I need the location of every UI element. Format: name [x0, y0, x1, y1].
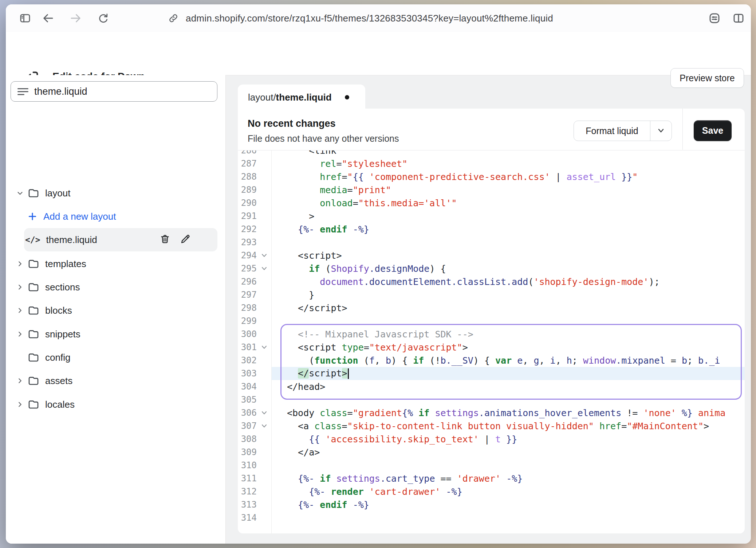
line-number: 301	[238, 342, 257, 352]
tab-file-name: theme.liquid	[276, 92, 332, 103]
fold-chevron-icon[interactable]	[257, 345, 271, 349]
reload-icon[interactable]	[96, 11, 111, 26]
code-editor[interactable]: 286 <link287 rel="stylesheet"288 href="{…	[238, 150, 745, 533]
status-subtitle: File does not have any other versions	[248, 133, 399, 144]
line-number: 309	[238, 447, 257, 457]
fold-chevron-icon[interactable]	[257, 266, 271, 271]
code-line[interactable]: 297 }	[238, 288, 745, 301]
unsaved-dot	[345, 95, 349, 99]
folder-icon	[28, 187, 39, 199]
code-line[interactable]: 295 if (Shopify.designMode) {	[238, 262, 745, 275]
forward-icon[interactable]	[68, 11, 83, 26]
code-line[interactable]: 299	[238, 314, 745, 328]
sidebar-item-assets[interactable]: assets	[6, 371, 226, 391]
code-line[interactable]: 313 {%- endif -%}	[238, 498, 745, 511]
rename-file-icon[interactable]	[180, 234, 191, 246]
line-number: 298	[238, 303, 257, 313]
fold-chevron-icon[interactable]	[257, 411, 271, 415]
chevron-right-icon[interactable]	[15, 400, 25, 408]
line-number: 287	[238, 158, 257, 169]
code-line[interactable]: 304</head>	[238, 380, 745, 393]
sidebar-item-sections[interactable]: sections	[6, 277, 226, 297]
code-line[interactable]: 306<body class="gradient{% if settings.a…	[238, 406, 745, 419]
line-number: 312	[238, 486, 257, 497]
code-line[interactable]: 290 onload="this.media='all'"	[238, 196, 745, 210]
chevron-right-icon[interactable]	[15, 260, 25, 268]
tab-path-prefix: layout/	[248, 92, 276, 103]
sidebar-item-locales[interactable]: locales	[6, 394, 226, 415]
folder-icon	[28, 352, 39, 363]
line-number: 291	[238, 211, 257, 221]
code-line[interactable]: 302 (function (f, b) { if (!b.__SV) { va…	[238, 354, 745, 367]
code-line[interactable]: 301 <script type="text/javascript">	[238, 341, 745, 354]
code-line[interactable]: 287 rel="stylesheet"	[238, 157, 745, 170]
fold-chevron-icon[interactable]	[257, 253, 271, 258]
line-number: 314	[238, 513, 257, 523]
line-number: 299	[238, 316, 257, 326]
code-line[interactable]: 309 </a>	[238, 446, 745, 459]
sidebar-toggle-icon[interactable]	[18, 11, 32, 26]
code-line[interactable]: 294 <script>	[238, 249, 745, 262]
code-line[interactable]: 310	[238, 459, 745, 472]
app-header: Edit code for Dawn Preview store	[6, 32, 751, 75]
folder-icon	[28, 399, 39, 410]
code-line[interactable]: 296 document.documentElement.classList.a…	[238, 275, 745, 288]
chevron-right-icon[interactable]	[15, 306, 25, 314]
sidebar-item-layout[interactable]: layout	[6, 183, 226, 203]
code-line[interactable]: 312 {%- render 'cart-drawer' -%}	[238, 485, 745, 498]
code-line[interactable]: 292 {%- endif -%}	[238, 223, 745, 236]
status-title: No recent changes	[248, 118, 336, 129]
chevron-down-icon[interactable]	[15, 189, 25, 197]
format-liquid-button[interactable]: Format liquid	[574, 121, 650, 141]
chevron-right-icon[interactable]	[15, 330, 25, 338]
code-line[interactable]: 288 href="{{ 'component-predictive-searc…	[238, 170, 745, 183]
folder-icon	[28, 281, 39, 293]
code-line[interactable]: 305	[238, 393, 745, 406]
preview-store-button[interactable]: Preview store	[670, 68, 744, 88]
save-button[interactable]: Save	[694, 120, 732, 141]
line-number: 311	[238, 473, 257, 484]
code-line[interactable]: 293	[238, 236, 745, 249]
fold-chevron-icon[interactable]	[257, 424, 271, 428]
code-line[interactable]: 314	[238, 511, 745, 524]
chevron-right-icon[interactable]	[15, 283, 25, 291]
sidebar-item-snippets[interactable]: snippets	[6, 324, 226, 344]
code-line[interactable]: 291 >	[238, 210, 745, 223]
code-line[interactable]: 286 <link	[238, 150, 745, 157]
code-line[interactable]: 307 <a class="skip-to-content-link butto…	[238, 419, 745, 432]
browser-toolbar: admin.shopify.com/store/rzq1xu-f5/themes…	[6, 4, 751, 32]
sidebar-item-blocks[interactable]: blocks	[6, 300, 226, 321]
folder-icon	[28, 328, 39, 340]
line-number: 303	[238, 368, 257, 379]
format-options-dropdown[interactable]	[650, 121, 672, 141]
code-line[interactable]: 308 {{ 'accessibility.skip_to_text' | t …	[238, 432, 745, 446]
url-text[interactable]: admin.shopify.com/store/rzq1xu-f5/themes…	[186, 13, 553, 24]
tab-theme-liquid[interactable]: layout/theme.liquid	[238, 85, 365, 110]
file-search-input[interactable]: theme.liquid	[11, 81, 217, 102]
line-number: 296	[238, 277, 257, 287]
code-lines: 286 <link287 rel="stylesheet"288 href="{…	[238, 150, 745, 524]
code-line[interactable]: 311 {%- if settings.cart_type == 'drawer…	[238, 472, 745, 485]
code-line[interactable]: 289 media="print"	[238, 183, 745, 196]
code-line[interactable]: 303 </script>	[238, 367, 745, 380]
line-number: 293	[238, 237, 257, 247]
chevron-right-icon[interactable]	[15, 377, 25, 385]
line-number: 286	[238, 150, 257, 156]
delete-file-icon[interactable]	[160, 234, 170, 246]
sidebar-item-config[interactable]: config	[6, 347, 226, 368]
line-number: 302	[238, 355, 257, 365]
file-sidebar: theme.liquid layoutAdd a new layout</>th…	[6, 75, 226, 544]
chevron-down-icon	[657, 128, 665, 134]
sidebar-action-add-a-new-layout[interactable]: Add a new layout	[6, 206, 226, 227]
line-number: 307	[238, 421, 257, 431]
sidebar-item-templates[interactable]: templates	[6, 254, 226, 274]
line-number: 290	[238, 198, 257, 208]
split-view-icon[interactable]	[731, 11, 746, 26]
back-icon[interactable]	[41, 11, 55, 26]
line-number: 306	[238, 408, 257, 418]
code-line[interactable]: 298 </script>	[238, 301, 745, 314]
browser-window: admin.shopify.com/store/rzq1xu-f5/themes…	[6, 4, 751, 544]
sidebar-item-theme-liquid[interactable]: </>theme.liquid	[6, 230, 226, 250]
code-line[interactable]: 300 <!-- Mixpanel Javascript SDK -->	[238, 328, 745, 341]
page-settings-icon[interactable]	[707, 11, 722, 26]
